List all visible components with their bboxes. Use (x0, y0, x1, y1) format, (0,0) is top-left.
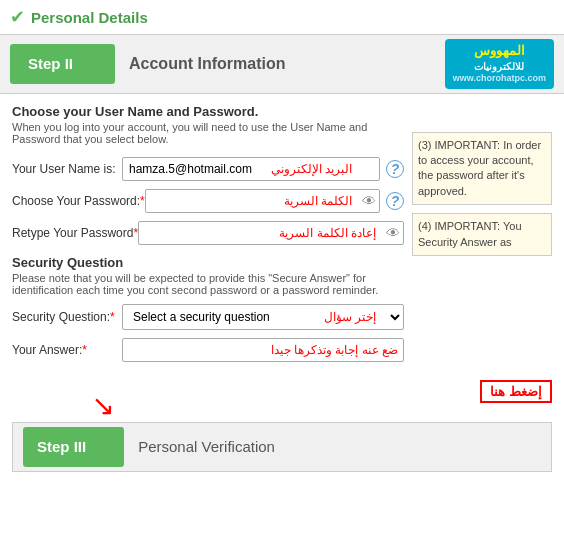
retype-eye-icon: 👁 (386, 225, 400, 241)
security-q-label: Security Question:* (12, 310, 122, 324)
security-q-row: Security Question:* Select a security qu… (12, 304, 404, 330)
step2-label: Step II (28, 55, 73, 72)
arrow-area: ↙ (12, 388, 552, 418)
retype-row: Retype Your Password* إعادة الكلمة السري… (12, 221, 404, 245)
logo-name: المهووس (453, 43, 546, 60)
page-title: Personal Details (31, 9, 148, 26)
retype-label: Retype Your Password* (12, 226, 138, 240)
answer-input[interactable] (122, 338, 404, 362)
step2-title: Account Information (129, 55, 445, 73)
check-icon: ✔ (10, 6, 25, 28)
password-help-icon[interactable]: ? (386, 192, 404, 210)
step3-title: Personal Verification (138, 438, 275, 455)
step2-arrow-icon (83, 50, 97, 78)
info-box-1: (3) IMPORTANT: In order to access your a… (412, 132, 552, 206)
security-q-select-wrap: Select a security question إختر سؤال (122, 304, 404, 330)
main-content: Choose your User Name and Password. When… (0, 94, 564, 380)
username-input[interactable] (122, 157, 380, 181)
retype-input[interactable] (138, 221, 404, 245)
password-input[interactable] (145, 189, 380, 213)
form-area: Choose your User Name and Password. When… (12, 104, 404, 370)
intro-bold: Choose your User Name and Password. (12, 104, 404, 119)
header: ✔ Personal Details (0, 0, 564, 35)
step3-pill: Step III (23, 427, 124, 467)
step2-banner: Step II Account Information المهووس للال… (0, 35, 564, 94)
password-input-wrap: الكلمة السرية 👁 (145, 189, 380, 213)
step2-pill: Step II (10, 44, 115, 84)
red-label: إضغط هنا (480, 380, 552, 403)
intro-sub: When you log into your account, you will… (12, 121, 404, 145)
password-eye-icon: 👁 (362, 193, 376, 209)
step3-banner: Step III Personal Verification (12, 422, 552, 472)
answer-label: Your Answer:* (12, 343, 122, 357)
logo-sub: للالكترونيات (453, 60, 546, 73)
username-input-wrap: البريد الإلكتروني (122, 157, 380, 181)
section-sub: Please note that you will be expected to… (12, 272, 404, 296)
username-help-icon[interactable]: ? (386, 160, 404, 178)
curved-arrow-icon: ↙ (92, 389, 115, 422)
step3-label: Step III (37, 438, 86, 455)
answer-row: Your Answer:* ضع عنه إجابة وتذكرها جيدا (12, 338, 404, 362)
logo-url: www.chorohatpc.com (453, 73, 546, 85)
bottom-area: إضغط هنا ↙ Step III Personal Verificatio… (0, 380, 564, 480)
info-box-2: (4) IMPORTANT: You Security Answer as (412, 213, 552, 256)
info-panel: (3) IMPORTANT: In order to access your a… (412, 104, 552, 370)
password-row: Choose Your Password:* الكلمة السرية 👁 ? (12, 189, 404, 213)
security-q-select[interactable]: Select a security question (122, 304, 404, 330)
retype-input-wrap: إعادة الكلمة السرية 👁 (138, 221, 404, 245)
username-label: Your User Name is: (12, 162, 122, 176)
logo-box: المهووس للالكترونيات www.chorohatpc.com (445, 39, 554, 89)
answer-input-wrap: ضع عنه إجابة وتذكرها جيدا (122, 338, 404, 362)
section-title: Security Question (12, 255, 404, 270)
username-row: Your User Name is: البريد الإلكتروني ? (12, 157, 404, 181)
password-label: Choose Your Password:* (12, 194, 145, 208)
step3-arrow-icon (96, 433, 110, 461)
